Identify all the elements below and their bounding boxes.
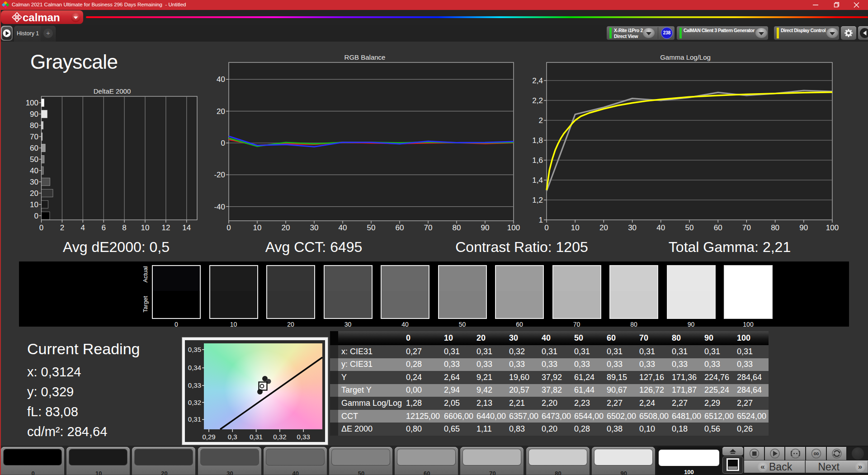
svg-text:90: 90 — [481, 223, 490, 232]
svg-text:0,3: 0,3 — [228, 433, 237, 441]
svg-text:20: 20 — [217, 107, 225, 116]
svg-text:40: 40 — [339, 223, 347, 232]
svg-text:RGB Balance: RGB Balance — [344, 53, 386, 61]
svg-text:60: 60 — [396, 223, 404, 232]
svg-text:1,8: 1,8 — [532, 136, 543, 145]
svg-text:0,31: 0,31 — [250, 433, 263, 441]
svg-text:0,32: 0,32 — [188, 399, 201, 406]
svg-text:0,29: 0,29 — [202, 433, 215, 441]
svg-text:0,33: 0,33 — [297, 433, 310, 441]
svg-text:80: 80 — [771, 223, 779, 232]
svg-text:100: 100 — [26, 99, 38, 107]
svg-text:50: 50 — [30, 155, 38, 164]
svg-text:20: 20 — [30, 189, 38, 198]
svg-text:1,6: 1,6 — [532, 156, 543, 165]
svg-text:70: 70 — [742, 223, 751, 232]
svg-text:0: 0 — [34, 212, 38, 220]
svg-text:50: 50 — [367, 223, 376, 232]
svg-text:20: 20 — [282, 223, 290, 232]
svg-text:60: 60 — [714, 223, 722, 232]
svg-text:0,34: 0,34 — [188, 364, 201, 371]
svg-text:0,31: 0,31 — [188, 415, 201, 423]
svg-text:∞: ∞ — [813, 449, 819, 458]
svg-text:0: 0 — [544, 223, 548, 232]
svg-text:100: 100 — [826, 223, 839, 232]
svg-text:Contrast Ratio: 1205: Contrast Ratio: 1205 — [455, 239, 588, 255]
svg-text:0: 0 — [39, 223, 43, 232]
svg-text:60: 60 — [30, 144, 38, 152]
svg-text:1,4: 1,4 — [532, 176, 543, 185]
svg-text:100: 100 — [507, 223, 520, 232]
svg-text:0: 0 — [226, 223, 231, 232]
svg-text:20: 20 — [599, 223, 608, 232]
svg-text:90: 90 — [30, 110, 38, 119]
svg-text:70: 70 — [30, 133, 38, 141]
svg-text:-20: -20 — [214, 171, 225, 179]
svg-text:40: 40 — [217, 75, 225, 84]
svg-text:1,2: 1,2 — [532, 196, 543, 204]
svg-text:2,4: 2,4 — [532, 76, 543, 85]
svg-text:30: 30 — [628, 223, 637, 232]
svg-text:0,32: 0,32 — [273, 433, 286, 441]
svg-text:40: 40 — [656, 223, 665, 232]
svg-text:10: 10 — [141, 223, 150, 232]
svg-text:1: 1 — [539, 216, 543, 224]
svg-text:4: 4 — [81, 223, 85, 232]
svg-text:-40: -40 — [214, 203, 225, 211]
svg-text:80: 80 — [453, 223, 461, 232]
svg-text:0,35: 0,35 — [188, 346, 201, 353]
svg-text:70: 70 — [424, 223, 433, 232]
svg-text:6: 6 — [101, 223, 105, 232]
svg-text:2: 2 — [60, 223, 64, 232]
svg-text:90: 90 — [799, 223, 808, 232]
svg-text:14: 14 — [182, 223, 191, 232]
svg-text:40: 40 — [30, 166, 38, 175]
svg-text:Gamma Log/Log: Gamma Log/Log — [660, 53, 711, 61]
svg-text:30: 30 — [310, 223, 319, 232]
svg-text:DeltaE 2000: DeltaE 2000 — [94, 87, 131, 95]
svg-text:8: 8 — [122, 223, 126, 232]
svg-text:0,33: 0,33 — [188, 381, 201, 389]
svg-text:10: 10 — [253, 223, 262, 232]
svg-text:80: 80 — [30, 121, 38, 130]
svg-text:30: 30 — [30, 178, 38, 186]
svg-text:50: 50 — [685, 223, 694, 232]
svg-text:10: 10 — [30, 200, 38, 209]
svg-text:Avg dE2000: 0,5: Avg dE2000: 0,5 — [63, 239, 170, 255]
svg-text:0: 0 — [221, 139, 225, 147]
svg-text:2,2: 2,2 — [532, 96, 543, 105]
svg-text:2: 2 — [539, 116, 543, 125]
svg-text:10: 10 — [571, 223, 580, 232]
svg-text:Avg CCT: 6495: Avg CCT: 6495 — [265, 239, 363, 255]
svg-text:12: 12 — [161, 223, 170, 232]
svg-text:Total Gamma: 2,21: Total Gamma: 2,21 — [669, 239, 791, 255]
